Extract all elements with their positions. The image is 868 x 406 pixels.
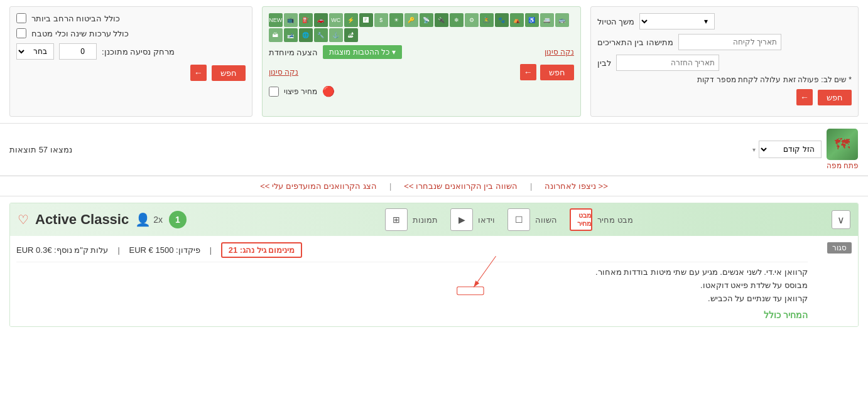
result-card-1: ∨ מבט מחיר מבט מחיר השווה ☐	[9, 203, 859, 327]
open-map-link[interactable]: 🗺 פתח מפה	[827, 129, 859, 170]
right-filter-panel: כולל הביטוח הרחב ביותר כולל ערכות שינה ו…	[9, 6, 252, 117]
compare-label: השווה	[535, 215, 557, 225]
amenity-icon-18[interactable]: ⛽	[299, 13, 313, 27]
nav-link-3[interactable]: הצג הקרוואנים המועדפים עלי >>	[260, 181, 377, 191]
result-card-body: סגור מינימום גיל נהג: 21 | פיקדון: EUR €…	[10, 236, 858, 326]
video-button[interactable]: ▶	[450, 208, 473, 231]
nav-link-1[interactable]: << ניצפו לאחרונה	[545, 181, 607, 191]
amenity-icon-15[interactable]: ⚡	[344, 13, 358, 27]
amenity-icon-7[interactable]: ⚙	[465, 13, 479, 27]
view-price-button[interactable]: מבט מחיר	[570, 208, 592, 231]
amenity-icon-21[interactable]: 🏕	[344, 28, 358, 42]
amenity-icon-3[interactable]: ♿	[525, 13, 539, 27]
extra-km-separator: |	[117, 246, 119, 255]
kitchen-row: כולל ערכות שינה וכלי מטבח	[16, 28, 246, 38]
description-block: קרוואן אי.די. לשני אנשים. מגיע עם שתי מי…	[16, 266, 808, 305]
price-deposit-row: מינימום גיל נהג: 21 | פיקדון: EUR € 1500…	[16, 242, 808, 262]
results-count: נמצאו 57 תוצאות	[9, 145, 72, 154]
amenity-icon-25[interactable]: 🎿	[284, 28, 298, 42]
heart-icon[interactable]: ♡	[18, 212, 29, 227]
deposit-value: פיקדון: EUR € 1500	[129, 245, 200, 255]
nav-links-bar: << ניצפו לאחרונה | השווה בין הקרוואנים ש…	[0, 176, 868, 196]
clear-filter-link-bottom[interactable]: נקה סינון	[269, 68, 298, 77]
amenity-icon-23[interactable]: 🔧	[314, 28, 328, 42]
amenity-icon-26[interactable]: 🏔	[269, 28, 283, 42]
price-filter-checkbox[interactable]	[269, 87, 279, 97]
left-back-button[interactable]: ←	[796, 89, 813, 105]
date-to-input[interactable]	[616, 55, 719, 71]
distance-unit-select[interactable]: בחר	[16, 43, 54, 60]
people-count: 2x 👤	[135, 212, 163, 227]
right-back-button[interactable]: ←	[190, 65, 207, 81]
date-from-input[interactable]	[678, 34, 781, 50]
amenity-icon-14[interactable]: 🅿	[359, 13, 373, 27]
amenity-icon-12[interactable]: ☀	[389, 13, 403, 27]
sort-select[interactable]: הזל קודם	[759, 141, 822, 158]
map-section: 🗺 פתח מפה הזל קודם ▾	[752, 129, 859, 170]
result-details: מינימום גיל נהג: 21 | פיקדון: EUR € 1500…	[16, 242, 808, 320]
left-filter-panel: ▾ משך הטיול מתישהו בין התאריכים לבין * ש…	[590, 6, 859, 117]
desc-line-1: קרוואן אי.די. לשני אנשים. מגיע עם שתי מי…	[16, 266, 808, 279]
person-icon: 👤	[135, 212, 151, 227]
closed-badge: סגור	[827, 242, 852, 254]
amenity-icon-1[interactable]: 🚌	[555, 13, 569, 27]
distance-label: מרחק נסיעה מתוכנן:	[102, 47, 175, 56]
amenity-icon-4[interactable]: ⛺	[510, 13, 524, 27]
result-number: 1	[169, 211, 187, 228]
desc-line-3: קרוואן עד שנתיים על הכביש.	[16, 292, 808, 306]
amenity-icon-22[interactable]: ⚓	[329, 28, 343, 42]
distance-input[interactable]	[59, 43, 97, 60]
map-icon: 🗺	[827, 129, 858, 160]
amenity-icon-8[interactable]: ❄	[450, 13, 464, 27]
dates-between-label: מתישהו בין התאריכים	[597, 38, 673, 47]
amenity-icon-13[interactable]: $	[374, 13, 388, 27]
distance-row: מרחק נסיעה מתוכנן: בחר	[16, 43, 246, 60]
clear-filter-link-top[interactable]: נקה סינון	[545, 48, 574, 56]
fire-icon: 🔴	[322, 85, 335, 97]
header-right: ∨	[832, 210, 850, 229]
amenity-icon-19[interactable]: 📺	[284, 13, 298, 27]
date-to-label: לבין	[597, 58, 611, 68]
insurance-row: כולל הביטוח הרחב ביותר	[16, 13, 246, 23]
kitchen-checkbox[interactable]	[16, 28, 26, 38]
total-price-link[interactable]: המחיר כולל	[16, 310, 808, 320]
insurance-checkbox[interactable]	[16, 13, 26, 23]
right-search-button[interactable]: חפש	[212, 65, 246, 81]
amenity-icon-2[interactable]: 🚐	[540, 13, 554, 27]
amenity-icon-5[interactable]: 🐾	[495, 13, 509, 27]
results-section: ∨ מבט מחיר מבט מחיר השווה ☐	[0, 196, 868, 339]
deposit-separator: |	[210, 246, 212, 255]
amenity-icon-24[interactable]: 🌐	[299, 28, 313, 42]
video-label: וידאו	[478, 215, 495, 225]
extra-km-value: עלות ק"מ נוסף: EUR 0.3€	[16, 245, 108, 255]
trip-duration-select[interactable]: ▾	[639, 13, 715, 29]
amenity-icon-6[interactable]: 🚴	[480, 13, 494, 27]
photos-button[interactable]: ⊞	[385, 208, 408, 231]
amenities-bottom-row: נקה סינון ▾ כל ההטבות מוצגות הצעה מיוחדת	[269, 45, 574, 59]
trip-duration-label: משך הטיול	[597, 17, 635, 26]
all-offers-btn[interactable]: ▾ כל ההטבות מוצגות	[323, 45, 402, 59]
amenity-icon-17[interactable]: 🚗	[314, 13, 328, 27]
nav-link-2[interactable]: השווה בין הקרוואנים שנבחרו >>	[404, 181, 518, 191]
amenity-icon-20[interactable]: NEW	[269, 13, 283, 27]
search-note: * שים לב: פעולה זאת עלולה לקחת מספר דקות	[597, 75, 852, 84]
open-map-text: פתח מפה	[827, 161, 859, 170]
amenity-icon-9[interactable]: 🔌	[435, 13, 448, 27]
middle-back-button[interactable]: ←	[520, 64, 536, 80]
amenities-icon-grid: 🚌 🚐 ♿ ⛺ 🐾 🚴 ⚙ ❄ 🔌 📡 🔑 ☀ $ 🅿 ⚡ WC 🚗 ⛽ 📺	[269, 13, 574, 42]
min-age-badge: מינימום גיל נהג: 21	[221, 242, 303, 258]
insurance-label: כולל הביטוח הרחב ביותר	[31, 14, 120, 23]
price-filter-row: 🔴 מחיר פיצוי	[269, 85, 574, 97]
kitchen-label: כולל ערכות שינה וכלי מטבח	[31, 29, 129, 38]
left-search-button[interactable]: חפש	[818, 90, 852, 105]
amenity-icon-11[interactable]: 🔑	[404, 13, 418, 27]
collapse-button[interactable]: ∨	[832, 210, 850, 229]
amenities-filter-panel: 🚌 🚐 ♿ ⛺ 🐾 🚴 ⚙ ❄ 🔌 📡 🔑 ☀ $ 🅿 ⚡ WC 🚗 ⛽ 📺	[262, 6, 581, 117]
compare-button[interactable]: ☐	[507, 208, 530, 231]
chevron-down-icon: ▾	[392, 48, 396, 56]
result-title: Active Classic	[35, 211, 129, 228]
amenity-icon-10[interactable]: 📡	[420, 13, 433, 27]
amenity-icon-16[interactable]: WC	[329, 13, 343, 27]
middle-search-button[interactable]: חפש	[540, 65, 574, 80]
price-filter-label: מחיר פיצוי	[284, 87, 317, 96]
